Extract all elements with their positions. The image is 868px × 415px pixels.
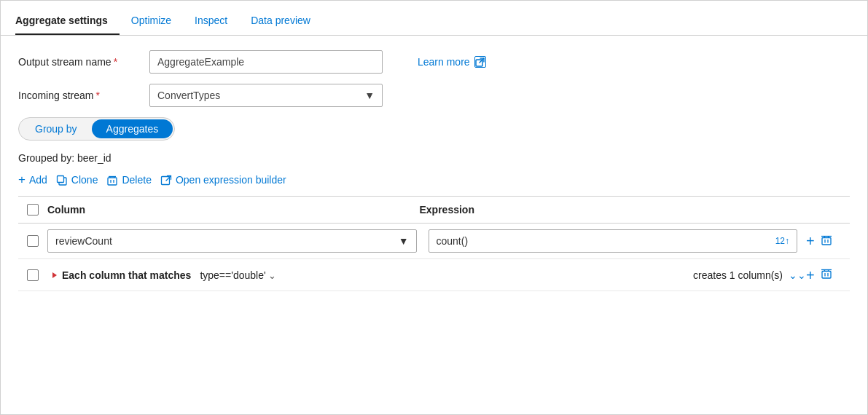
row1-delete-button[interactable] (821, 234, 832, 248)
toggle-group: Group by Aggregates (18, 117, 175, 141)
row1-actions: + (806, 234, 850, 248)
group-by-toggle[interactable]: Group by (20, 119, 92, 138)
output-stream-label: Output stream name* (18, 56, 149, 68)
content-area: Output stream name* Learn more Incoming … (1, 36, 867, 414)
output-stream-row: Output stream name* Learn more (18, 50, 850, 74)
row1-expression-field-wrapper: count() 12↑ (429, 229, 798, 253)
column-header: Column (47, 204, 420, 216)
learn-more-link[interactable]: Learn more (418, 56, 486, 68)
open-expression-builder-button[interactable]: Open expression builder (160, 170, 295, 189)
delete-icon (106, 173, 118, 186)
row2-filter-field[interactable]: type=='double' ⌄ (200, 269, 676, 281)
add-icon: + (18, 173, 26, 187)
delete-button[interactable]: Delete (106, 170, 160, 189)
svg-rect-18 (822, 272, 831, 279)
tab-inspect[interactable]: Inspect (195, 6, 239, 35)
expression-header: Expression (420, 204, 792, 216)
table: Column Expression reviewCount ▼ coun (18, 196, 850, 291)
incoming-stream-select[interactable]: ConvertTypes ▼ (149, 84, 383, 107)
svg-rect-12 (822, 237, 831, 245)
header-checkbox-col (18, 204, 47, 216)
row1-dropdown-icon: ▼ (399, 235, 409, 247)
row2-chevron-down-icon: ⌄ (268, 270, 276, 281)
tab-data-preview[interactable]: Data preview (251, 6, 322, 35)
tab-optimize[interactable]: Optimize (131, 6, 183, 35)
row2-add-button[interactable]: + (806, 268, 815, 282)
row1-expression-field[interactable]: count() 12↑ (429, 229, 798, 253)
row1-column-field-wrapper: reviewCount ▼ (47, 229, 417, 253)
svg-rect-10 (161, 176, 169, 184)
row1-checkbox-col (18, 235, 47, 247)
svg-rect-3 (57, 175, 63, 182)
add-button[interactable]: + Add (18, 170, 56, 190)
learn-more-icon (474, 56, 486, 68)
table-header: Column Expression (18, 197, 850, 224)
row2-actions: + (806, 268, 850, 282)
row1-line-num: 12↑ (775, 236, 789, 246)
table-row: reviewCount ▼ count() 12↑ + (18, 224, 850, 259)
clone-icon (56, 173, 68, 186)
tab-bar: Aggregate settings Optimize Inspect Data… (1, 1, 867, 36)
grouped-by-text: Grouped by: beer_id (18, 152, 850, 164)
open-expression-builder-icon (160, 173, 172, 186)
row2-filter-wrapper: type=='double' ⌄ (200, 269, 676, 281)
row2-expand-actions: ⌄⌄ (789, 269, 806, 281)
row2-checkbox[interactable] (27, 269, 39, 281)
row2-double-chevron-icon[interactable]: ⌄⌄ (789, 269, 806, 281)
incoming-stream-dropdown-icon: ▼ (364, 90, 375, 101)
table-row: Each column that matches type=='double' … (18, 259, 850, 291)
incoming-stream-row: Incoming stream* ConvertTypes ▼ (18, 84, 850, 107)
toolbar: + Add Clone (18, 170, 850, 190)
incoming-stream-required: * (95, 90, 99, 101)
svg-line-1 (480, 58, 484, 63)
aggregates-toggle[interactable]: Aggregates (92, 119, 173, 138)
clone-button[interactable]: Clone (56, 170, 107, 189)
row1-column-select[interactable]: reviewCount ▼ (47, 229, 417, 253)
incoming-stream-label: Incoming stream* (18, 90, 149, 101)
row1-add-button[interactable]: + (806, 234, 815, 248)
tab-aggregate-settings[interactable]: Aggregate settings (15, 6, 120, 35)
row1-checkbox[interactable] (27, 235, 39, 247)
output-stream-input[interactable] (149, 50, 383, 74)
creates-text: creates 1 column(s) (693, 269, 783, 281)
row2-delete-button[interactable] (821, 268, 832, 282)
each-column-text: Each column that matches (62, 269, 191, 281)
header-checkbox[interactable] (27, 204, 39, 216)
row2-expand-icon[interactable] (47, 271, 62, 280)
svg-rect-4 (108, 178, 117, 185)
row2-checkbox-col (18, 269, 47, 281)
output-stream-required: * (114, 56, 117, 68)
